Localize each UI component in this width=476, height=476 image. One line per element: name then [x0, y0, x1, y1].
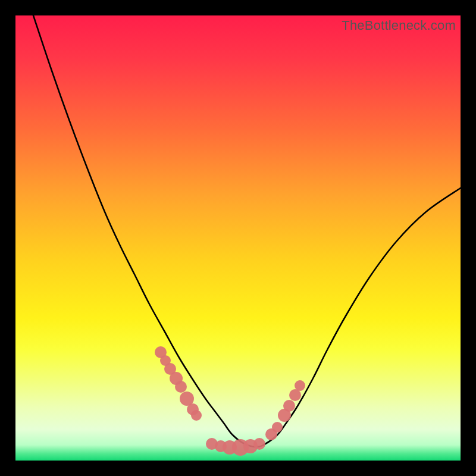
scatter-dot: [191, 410, 202, 421]
chart-svg: [15, 15, 461, 461]
scatter-dot: [295, 380, 305, 391]
scatter-dot: [253, 438, 265, 450]
chart-frame: TheBottleneck.com: [0, 0, 476, 476]
gradient-background: [15, 15, 461, 461]
plot-area: TheBottleneck.com: [15, 15, 461, 461]
scatter-dot: [289, 389, 301, 401]
scatter-dot: [272, 422, 283, 433]
scatter-dot: [175, 381, 187, 393]
watermark-text: TheBottleneck.com: [342, 18, 456, 33]
scatter-dot: [283, 400, 295, 412]
